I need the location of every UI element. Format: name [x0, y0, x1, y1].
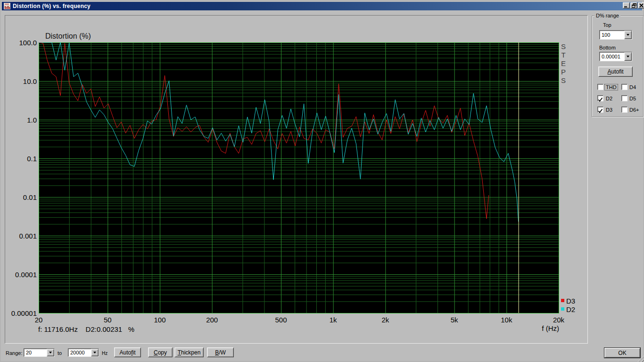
d3-checkbox[interactable]: [597, 107, 603, 113]
y-tick-label: 0.001: [1, 232, 37, 240]
legend-label-d3: D3: [566, 297, 575, 305]
top-range-dropdown-button[interactable]: [624, 31, 632, 39]
plot-title: Distortion (%): [45, 32, 91, 41]
chevron-down-icon: [93, 352, 96, 354]
cursor-readout: f: 11716.0Hz D2:0.00231 %: [38, 325, 134, 333]
range-label: Range:: [6, 350, 22, 356]
restore-button[interactable]: [630, 2, 637, 8]
thd-checkbox-label[interactable]: THD: [605, 84, 618, 90]
x-tick-label: 1k: [314, 316, 353, 324]
thd-checkbox[interactable]: [597, 84, 603, 90]
range-from-dropdown-button[interactable]: [47, 349, 54, 356]
d5-checkbox[interactable]: [621, 95, 627, 101]
autofit-button[interactable]: Autofit: [114, 347, 141, 357]
d3-checkbox-label[interactable]: D3: [605, 107, 613, 113]
close-icon: [639, 3, 644, 8]
y-tick-label: 10.0: [1, 77, 37, 85]
hz-label: Hz: [102, 351, 107, 356]
bottom-range-combo[interactable]: 0.00001: [599, 52, 632, 61]
app-icon: [4, 3, 10, 9]
chevron-down-icon: [627, 34, 629, 36]
steps-watermark: S T E P S: [560, 42, 567, 85]
d2-checkbox[interactable]: [597, 95, 603, 101]
title-bar[interactable]: Distortion (%) vs. frequency: [2, 2, 642, 10]
d5-checkbox-label[interactable]: D5: [628, 96, 637, 101]
app-window: Distortion (%) vs. frequency Distortion …: [0, 0, 644, 362]
legend-swatch-d2: [561, 307, 564, 311]
x-tick-label: 2k: [365, 316, 405, 324]
range-from-combo[interactable]: 20: [24, 348, 55, 357]
chevron-down-icon: [627, 56, 629, 58]
d2-checkbox-label[interactable]: D2: [605, 96, 613, 101]
x-tick-label: 500: [261, 316, 301, 324]
ok-button[interactable]: OK: [604, 348, 640, 358]
restore-icon: [632, 3, 636, 8]
range-to-value: 20000: [68, 349, 91, 356]
x-tick-label: 100: [140, 316, 180, 324]
close-button[interactable]: [638, 2, 644, 8]
bottom-label: Bottom: [599, 45, 616, 50]
x-tick-label: 200: [192, 316, 232, 324]
legend-label-d2: D2: [566, 305, 575, 313]
d4-checkbox-label[interactable]: D4: [628, 84, 637, 90]
bw-button[interactable]: B/W: [207, 347, 234, 357]
minimize-icon: [624, 3, 628, 8]
range-to-combo[interactable]: 20000: [68, 348, 99, 357]
top-range-value: 100: [600, 31, 624, 39]
check-icon: [598, 97, 603, 102]
check-icon: [598, 108, 603, 114]
x-tick-label: 5k: [435, 316, 474, 324]
y-tick-label: 0.01: [1, 193, 37, 201]
to-label: to: [58, 350, 62, 356]
range-from-value: 20: [24, 349, 47, 356]
y-tick-label: 0.1: [1, 155, 37, 163]
chevron-down-icon: [49, 352, 52, 354]
x-tick-label: 50: [88, 316, 127, 324]
y-tick-label: 100.0: [1, 39, 37, 47]
x-axis-title: f (Hz): [512, 324, 559, 332]
range-to-dropdown-button[interactable]: [91, 349, 99, 356]
bottom-range-dropdown-button[interactable]: [624, 52, 632, 61]
legend-swatch-d3: [561, 299, 564, 302]
x-tick-label: 20k: [539, 316, 578, 324]
bottom-range-value: 0.00001: [600, 52, 624, 61]
copy-button[interactable]: Copy: [148, 347, 173, 357]
thick-pen-button[interactable]: Thick pen: [174, 347, 204, 357]
d4-checkbox[interactable]: [621, 84, 627, 90]
top-label: Top: [603, 22, 611, 28]
panel-autofit-button[interactable]: Autofit: [598, 66, 633, 77]
minimize-button[interactable]: [623, 2, 630, 8]
x-tick-label: 10k: [487, 316, 526, 324]
y-tick-label: 0.0001: [1, 271, 37, 279]
d-range-group-label: D% range: [594, 13, 620, 18]
d6plus-checkbox[interactable]: [621, 107, 627, 113]
window-title: Distortion (%) vs. frequency: [13, 3, 91, 9]
distortion-plot[interactable]: [39, 42, 559, 313]
top-range-combo[interactable]: 100: [599, 30, 632, 40]
d6plus-checkbox-label[interactable]: D6+: [628, 107, 640, 113]
y-tick-label: 1.0: [1, 116, 37, 124]
x-tick-label: 20: [19, 316, 58, 324]
